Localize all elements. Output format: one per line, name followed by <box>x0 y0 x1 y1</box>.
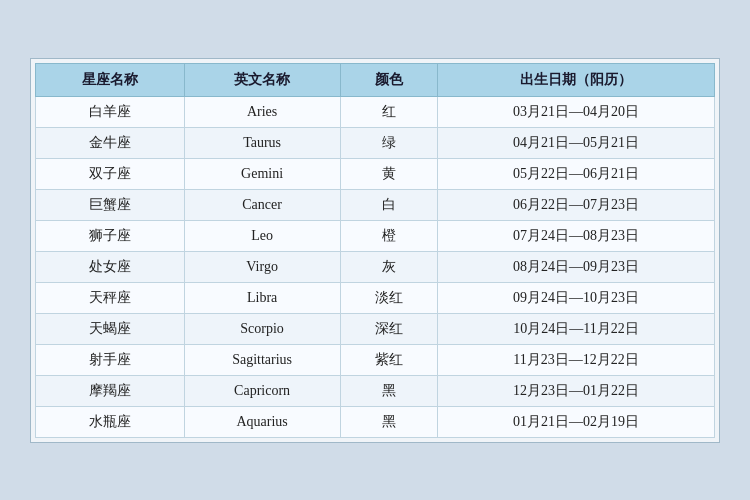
cell-5-1: Virgo <box>184 251 340 282</box>
cell-2-1: Gemini <box>184 158 340 189</box>
cell-4-2: 橙 <box>340 220 437 251</box>
cell-8-0: 射手座 <box>36 344 185 375</box>
table-row: 处女座Virgo灰08月24日—09月23日 <box>36 251 715 282</box>
cell-7-1: Scorpio <box>184 313 340 344</box>
zodiac-table-wrapper: 星座名称英文名称颜色出生日期（阳历） 白羊座Aries红03月21日—04月20… <box>30 58 720 443</box>
table-row: 摩羯座Capricorn黑12月23日—01月22日 <box>36 375 715 406</box>
cell-5-0: 处女座 <box>36 251 185 282</box>
cell-6-0: 天秤座 <box>36 282 185 313</box>
cell-8-2: 紫红 <box>340 344 437 375</box>
cell-5-3: 08月24日—09月23日 <box>437 251 714 282</box>
cell-0-2: 红 <box>340 96 437 127</box>
table-row: 狮子座Leo橙07月24日—08月23日 <box>36 220 715 251</box>
table-row: 射手座Sagittarius紫红11月23日—12月22日 <box>36 344 715 375</box>
cell-1-0: 金牛座 <box>36 127 185 158</box>
zodiac-table: 星座名称英文名称颜色出生日期（阳历） 白羊座Aries红03月21日—04月20… <box>35 63 715 438</box>
table-row: 双子座Gemini黄05月22日—06月21日 <box>36 158 715 189</box>
cell-5-2: 灰 <box>340 251 437 282</box>
header-col-1: 英文名称 <box>184 63 340 96</box>
cell-3-2: 白 <box>340 189 437 220</box>
cell-8-1: Sagittarius <box>184 344 340 375</box>
table-row: 金牛座Taurus绿04月21日—05月21日 <box>36 127 715 158</box>
table-row: 天蝎座Scorpio深红10月24日—11月22日 <box>36 313 715 344</box>
cell-2-2: 黄 <box>340 158 437 189</box>
cell-7-2: 深红 <box>340 313 437 344</box>
cell-6-1: Libra <box>184 282 340 313</box>
cell-7-3: 10月24日—11月22日 <box>437 313 714 344</box>
cell-10-2: 黑 <box>340 406 437 437</box>
cell-2-3: 05月22日—06月21日 <box>437 158 714 189</box>
cell-4-1: Leo <box>184 220 340 251</box>
table-row: 天秤座Libra淡红09月24日—10月23日 <box>36 282 715 313</box>
cell-4-3: 07月24日—08月23日 <box>437 220 714 251</box>
header-col-3: 出生日期（阳历） <box>437 63 714 96</box>
cell-6-2: 淡红 <box>340 282 437 313</box>
cell-0-1: Aries <box>184 96 340 127</box>
cell-4-0: 狮子座 <box>36 220 185 251</box>
cell-3-1: Cancer <box>184 189 340 220</box>
cell-1-1: Taurus <box>184 127 340 158</box>
cell-3-0: 巨蟹座 <box>36 189 185 220</box>
cell-6-3: 09月24日—10月23日 <box>437 282 714 313</box>
cell-9-0: 摩羯座 <box>36 375 185 406</box>
table-row: 水瓶座Aquarius黑01月21日—02月19日 <box>36 406 715 437</box>
cell-2-0: 双子座 <box>36 158 185 189</box>
cell-10-3: 01月21日—02月19日 <box>437 406 714 437</box>
table-row: 巨蟹座Cancer白06月22日—07月23日 <box>36 189 715 220</box>
cell-1-3: 04月21日—05月21日 <box>437 127 714 158</box>
cell-0-3: 03月21日—04月20日 <box>437 96 714 127</box>
cell-8-3: 11月23日—12月22日 <box>437 344 714 375</box>
table-row: 白羊座Aries红03月21日—04月20日 <box>36 96 715 127</box>
cell-9-3: 12月23日—01月22日 <box>437 375 714 406</box>
table-body: 白羊座Aries红03月21日—04月20日金牛座Taurus绿04月21日—0… <box>36 96 715 437</box>
cell-9-1: Capricorn <box>184 375 340 406</box>
table-header-row: 星座名称英文名称颜色出生日期（阳历） <box>36 63 715 96</box>
cell-0-0: 白羊座 <box>36 96 185 127</box>
cell-10-0: 水瓶座 <box>36 406 185 437</box>
cell-10-1: Aquarius <box>184 406 340 437</box>
cell-1-2: 绿 <box>340 127 437 158</box>
cell-9-2: 黑 <box>340 375 437 406</box>
cell-3-3: 06月22日—07月23日 <box>437 189 714 220</box>
header-col-0: 星座名称 <box>36 63 185 96</box>
cell-7-0: 天蝎座 <box>36 313 185 344</box>
header-col-2: 颜色 <box>340 63 437 96</box>
